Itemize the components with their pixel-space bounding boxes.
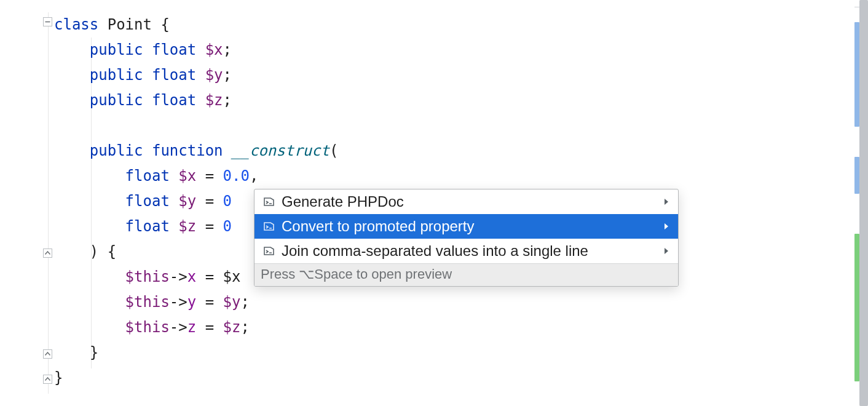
intention-label: Convert to promoted property bbox=[278, 214, 653, 239]
svg-rect-2 bbox=[44, 249, 52, 258]
fold-toggle-class-open[interactable] bbox=[43, 17, 52, 26]
fold-toggle-class-close[interactable] bbox=[43, 375, 52, 384]
fold-toggle-construct-close[interactable] bbox=[43, 249, 52, 258]
class-name: Point bbox=[108, 16, 152, 33]
submenu-arrow-icon bbox=[663, 197, 669, 206]
code-line-15[interactable]: } bbox=[53, 365, 854, 391]
gutter bbox=[0, 0, 53, 406]
scroll-thumb[interactable] bbox=[859, 0, 868, 406]
phpdoc-icon bbox=[261, 196, 278, 207]
code-line-2[interactable]: public float $x; bbox=[53, 38, 854, 63]
intention-footer-hint: Press ⌥Space to open preview bbox=[254, 263, 678, 286]
code-line-3[interactable]: public float $y; bbox=[53, 63, 854, 88]
code-line-13[interactable]: $this->z = $z; bbox=[53, 315, 854, 340]
code-editor[interactable]: class Point { public float $x; public fl… bbox=[0, 0, 868, 406]
code-line-14[interactable]: } bbox=[53, 340, 854, 365]
code-line-5[interactable] bbox=[53, 113, 854, 138]
marker-ok[interactable] bbox=[854, 234, 859, 381]
code-line-12[interactable]: $this->y = $y; bbox=[53, 290, 854, 315]
marker-change-1[interactable] bbox=[854, 22, 859, 127]
intention-label: Join comma-separated values into a singl… bbox=[278, 239, 653, 263]
brace-open: { bbox=[160, 16, 169, 33]
intention-item-convert-promoted[interactable]: Convert to promoted property bbox=[254, 214, 678, 239]
scrollbar-vertical[interactable] bbox=[859, 0, 868, 406]
submenu-arrow-icon bbox=[663, 247, 669, 255]
svg-rect-4 bbox=[44, 375, 52, 384]
intention-popup: Generate PHPDoc Convert to promoted prop… bbox=[254, 189, 679, 287]
intention-item-generate-phpdoc[interactable]: Generate PHPDoc bbox=[254, 189, 678, 214]
join-icon bbox=[261, 245, 278, 257]
marker-change-2[interactable] bbox=[854, 157, 859, 194]
code-line-1[interactable]: class Point { bbox=[53, 12, 854, 38]
marker-stripe bbox=[854, 0, 859, 406]
fold-guide bbox=[48, 12, 49, 394]
convert-icon bbox=[261, 221, 278, 232]
fold-toggle-method-close[interactable] bbox=[43, 349, 52, 359]
intention-label: Generate PHPDoc bbox=[278, 189, 653, 214]
method-name: __construct bbox=[232, 142, 329, 159]
code-line-6[interactable]: public function __construct( bbox=[53, 138, 854, 164]
intention-item-join-lines[interactable]: Join comma-separated values into a singl… bbox=[254, 239, 678, 263]
code-line-7[interactable]: float $x = 0.0, bbox=[53, 164, 854, 189]
keyword-class: class bbox=[54, 16, 98, 33]
submenu-arrow-icon bbox=[663, 222, 669, 231]
code-line-4[interactable]: public float $z; bbox=[53, 88, 854, 113]
svg-rect-3 bbox=[44, 350, 52, 359]
